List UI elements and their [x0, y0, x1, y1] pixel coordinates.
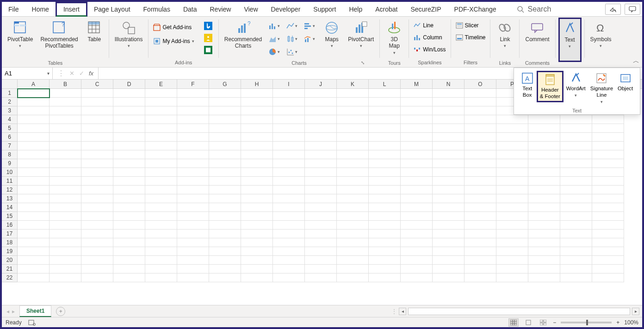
cell-D5[interactable]	[113, 124, 145, 133]
cell-N11[interactable]	[433, 177, 464, 186]
cell-I11[interactable]	[273, 177, 305, 186]
cell-F6[interactable]	[177, 133, 209, 142]
cell-L18[interactable]	[369, 238, 401, 247]
cell-K18[interactable]	[337, 238, 369, 247]
row-header-10[interactable]: 10	[2, 168, 18, 177]
cell-D16[interactable]	[113, 221, 145, 230]
cell-B4[interactable]	[50, 115, 81, 124]
cell-B18[interactable]	[50, 238, 81, 247]
cell-H22[interactable]	[241, 273, 273, 282]
cell-J18[interactable]	[305, 238, 337, 247]
cell-H7[interactable]	[241, 142, 273, 150]
cell-C21[interactable]	[81, 265, 113, 273]
comment-button[interactable]: Comment	[522, 19, 552, 60]
cell-L4[interactable]	[369, 115, 401, 124]
cell-H6[interactable]	[241, 133, 273, 142]
cell-F7[interactable]	[177, 142, 209, 150]
cell-S10[interactable]	[592, 168, 624, 177]
cell-R19[interactable]	[560, 247, 592, 256]
cell-B12[interactable]	[50, 186, 81, 194]
cell-I15[interactable]	[273, 212, 305, 221]
cell-E14[interactable]	[145, 203, 177, 212]
cell-E10[interactable]	[145, 168, 177, 177]
cell-D8[interactable]	[113, 150, 145, 159]
illustrations-button[interactable]: Illustrations▾	[112, 19, 146, 60]
cell-I20[interactable]	[273, 256, 305, 265]
cell-F4[interactable]	[177, 115, 209, 124]
cell-H13[interactable]	[241, 194, 273, 203]
cell-M17[interactable]	[401, 230, 433, 238]
cell-P17[interactable]	[496, 230, 528, 238]
cell-F2[interactable]	[177, 98, 209, 106]
bing-maps-addin[interactable]	[201, 20, 216, 31]
cell-G2[interactable]	[209, 98, 241, 106]
cell-P5[interactable]	[496, 124, 528, 133]
cell-N18[interactable]	[433, 238, 464, 247]
cell-G14[interactable]	[209, 203, 241, 212]
tab-developer[interactable]: Developer	[265, 2, 307, 17]
cell-F18[interactable]	[177, 238, 209, 247]
link-button[interactable]: Link▾	[493, 19, 516, 60]
cell-R5[interactable]	[560, 124, 592, 133]
cell-R13[interactable]	[560, 194, 592, 203]
collapse-ribbon-button[interactable]: ︿	[633, 57, 639, 65]
cell-H8[interactable]	[241, 150, 273, 159]
cell-Q17[interactable]	[528, 230, 560, 238]
slicer-button[interactable]: Slicer	[454, 20, 488, 31]
cell-F9[interactable]	[177, 159, 209, 168]
wordart-button[interactable]: WordArt▾	[564, 71, 588, 99]
zoom-level[interactable]: 100%	[624, 319, 638, 326]
col-header-B[interactable]: B	[50, 80, 81, 88]
area-chart-button[interactable]: ▾	[266, 33, 281, 44]
cell-E21[interactable]	[145, 265, 177, 273]
cell-J3[interactable]	[305, 106, 337, 115]
cell-M14[interactable]	[401, 203, 433, 212]
cell-J14[interactable]	[305, 203, 337, 212]
cell-G15[interactable]	[209, 212, 241, 221]
cell-H9[interactable]	[241, 159, 273, 168]
cell-B7[interactable]	[50, 142, 81, 150]
cell-O12[interactable]	[464, 186, 496, 194]
cell-M2[interactable]	[401, 98, 433, 106]
cell-R15[interactable]	[560, 212, 592, 221]
recommended-pivottables-button[interactable]: ? Recommended PivotTables	[37, 19, 80, 60]
cell-E8[interactable]	[145, 150, 177, 159]
row-header-8[interactable]: 8	[2, 150, 18, 159]
cell-C18[interactable]	[81, 238, 113, 247]
cell-A13[interactable]	[18, 194, 50, 203]
cell-D4[interactable]	[113, 115, 145, 124]
cell-R20[interactable]	[560, 256, 592, 265]
cell-Q12[interactable]	[528, 186, 560, 194]
cell-S7[interactable]	[592, 142, 624, 150]
cell-A12[interactable]	[18, 186, 50, 194]
cell-P22[interactable]	[496, 273, 528, 282]
cell-I14[interactable]	[273, 203, 305, 212]
tab-insert[interactable]: Insert	[56, 2, 87, 17]
3d-map-button[interactable]: 3D Map▾	[383, 19, 406, 60]
row-header-16[interactable]: 16	[2, 221, 18, 230]
cell-D18[interactable]	[113, 238, 145, 247]
cell-K1[interactable]	[337, 89, 369, 98]
cell-D10[interactable]	[113, 168, 145, 177]
visio-addin[interactable]	[201, 44, 216, 56]
cell-C2[interactable]	[81, 98, 113, 106]
cell-N21[interactable]	[433, 265, 464, 273]
cell-D19[interactable]	[113, 247, 145, 256]
cell-F1[interactable]	[177, 89, 209, 98]
cell-I2[interactable]	[273, 98, 305, 106]
cell-K16[interactable]	[337, 221, 369, 230]
cell-L3[interactable]	[369, 106, 401, 115]
people-graph-addin[interactable]	[201, 32, 216, 43]
pivotchart-button[interactable]: PivotChart▾	[345, 19, 377, 60]
cell-P6[interactable]	[496, 133, 528, 142]
col-header-C[interactable]: C	[81, 80, 113, 88]
cell-H10[interactable]	[241, 168, 273, 177]
row-header-7[interactable]: 7	[2, 142, 18, 150]
cell-E3[interactable]	[145, 106, 177, 115]
cell-O10[interactable]	[464, 168, 496, 177]
cell-A4[interactable]	[18, 115, 50, 124]
cell-J20[interactable]	[305, 256, 337, 265]
cell-M6[interactable]	[401, 133, 433, 142]
cell-S14[interactable]	[592, 203, 624, 212]
cell-J6[interactable]	[305, 133, 337, 142]
